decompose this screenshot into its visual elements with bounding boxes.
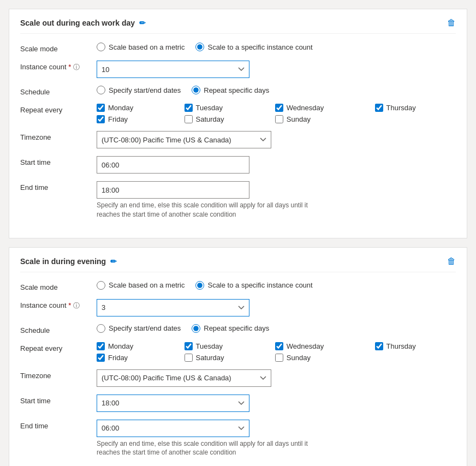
card2-instance-label: Instance count * ⓘ [20, 299, 97, 310]
card2-schedule-label: Schedule [20, 324, 97, 334]
card1-radio-days-label: Repeat specific days [204, 86, 269, 94]
card2-day-sunday[interactable]: Sunday [275, 354, 364, 362]
card2-info-icon: ⓘ [73, 302, 80, 309]
card2-day-saturday[interactable]: Saturday [185, 354, 264, 362]
card2-day-monday[interactable]: Monday [97, 342, 174, 350]
card1-day-tuesday[interactable]: Tuesday [185, 104, 264, 112]
card1-scale-mode-options: Scale based on a metric Scale to a speci… [97, 43, 456, 51]
card2-radio-instance-input[interactable] [195, 281, 204, 290]
card2-scale-mode-label: Scale mode [20, 281, 97, 291]
card1-timezone-control: (UTC-08:00) Pacific Time (US & Canada) [97, 131, 456, 148]
card1-repeat-row: Repeat every Monday Tuesday Wednesday Th… [20, 104, 456, 123]
card1-scale-mode-label: Scale mode [20, 43, 97, 53]
card2-check-monday[interactable] [97, 342, 105, 350]
card1-day-monday[interactable]: Monday [97, 104, 174, 112]
card1-end-time-hint: Specify an end time, else this scale con… [97, 201, 315, 219]
card2-delete-icon[interactable]: 🗑 [447, 256, 456, 266]
card2-end-time-label: End time [20, 420, 97, 430]
card1-timezone-select[interactable]: (UTC-08:00) Pacific Time (US & Canada) [97, 131, 271, 148]
card1-header: Scale out during each work day ✏ 🗑 [20, 18, 456, 34]
card2-checkbox-group: Monday Tuesday Wednesday Thursday Friday [97, 342, 456, 362]
card1-start-time-input[interactable] [97, 156, 249, 174]
card2-day-thursday[interactable]: Thursday [375, 342, 456, 350]
card2-radio-days-input[interactable] [192, 324, 200, 333]
card1-instance-count-control: 10 [97, 61, 456, 78]
card2-timezone-control: (UTC-08:00) Pacific Time (US & Canada) [97, 369, 456, 387]
card1-radio-metric-input[interactable] [97, 43, 105, 51]
card2-radio-dates[interactable]: Specify start/end dates [97, 324, 181, 333]
card1-instance-label: Instance count * ⓘ [20, 61, 97, 72]
card1-radio-instance-label: Scale to a specific instance count [207, 43, 312, 51]
card2-day-tuesday[interactable]: Tuesday [185, 342, 264, 350]
card1-title-group: Scale out during each work day ✏ [20, 19, 146, 27]
card-scale-in: Scale in during evening ✏ 🗑 Scale mode S… [9, 247, 467, 466]
card1-check-friday[interactable] [97, 115, 105, 123]
card1-day-wednesday[interactable]: Wednesday [275, 104, 364, 112]
card2-instance-count-row: Instance count * ⓘ 3 [20, 299, 456, 316]
card2-radio-metric-input[interactable] [97, 281, 105, 290]
card1-radio-dates-input[interactable] [97, 86, 105, 94]
card1-check-wednesday[interactable] [275, 104, 283, 112]
card2-check-tuesday[interactable] [185, 342, 193, 350]
card1-end-time-input[interactable] [97, 181, 249, 199]
card2-instance-select[interactable]: 3 [97, 299, 249, 316]
card1-checkbox-group: Monday Tuesday Wednesday Thursday Friday [97, 104, 456, 123]
card-scale-out: Scale out during each work day ✏ 🗑 Scale… [9, 9, 467, 238]
card1-day-thursday[interactable]: Thursday [375, 104, 456, 112]
card1-radio-dates[interactable]: Specify start/end dates [97, 86, 181, 94]
card1-day-saturday[interactable]: Saturday [185, 115, 264, 123]
card1-check-saturday[interactable] [185, 115, 193, 123]
card2-scale-mode-row: Scale mode Scale based on a metric Scale… [20, 281, 456, 291]
card1-check-sunday[interactable] [275, 115, 283, 123]
card2-radio-metric[interactable]: Scale based on a metric [97, 281, 185, 290]
card2-timezone-select[interactable]: (UTC-08:00) Pacific Time (US & Canada) [97, 369, 271, 387]
card2-radio-days[interactable]: Repeat specific days [192, 324, 269, 333]
card1-end-time-label: End time [20, 181, 97, 192]
card2-start-time-select[interactable]: 18:00 [97, 395, 249, 412]
card2-edit-icon[interactable]: ✏ [110, 257, 117, 266]
card1-check-tuesday[interactable] [185, 104, 193, 112]
card1-days-grid: Monday Tuesday Wednesday Thursday Friday [97, 104, 456, 123]
card2-check-sunday[interactable] [275, 354, 283, 362]
card2-schedule-options: Specify start/end dates Repeat specific … [97, 324, 456, 333]
card2-title: Scale in during evening [20, 257, 106, 266]
card2-radio-dates-input[interactable] [97, 324, 105, 333]
card2-required-star: * [67, 301, 72, 309]
card1-end-time-control: Specify an end time, else this scale con… [97, 181, 456, 219]
card2-title-group: Scale in during evening ✏ [20, 257, 117, 266]
card2-check-thursday[interactable] [375, 342, 383, 350]
card2-header: Scale in during evening ✏ 🗑 [20, 256, 456, 272]
card2-check-wednesday[interactable] [275, 342, 283, 350]
card1-scale-mode-row: Scale mode Scale based on a metric Scale… [20, 43, 456, 53]
card2-end-time-hint: Specify an end time, else this scale con… [97, 439, 315, 458]
card1-edit-icon[interactable]: ✏ [139, 19, 146, 27]
card1-timezone-label: Timezone [20, 131, 97, 141]
card2-day-wednesday[interactable]: Wednesday [275, 342, 364, 350]
card2-days-grid: Monday Tuesday Wednesday Thursday Friday [97, 342, 456, 362]
card1-radio-days[interactable]: Repeat specific days [192, 86, 269, 94]
card2-start-time-label: Start time [20, 395, 97, 405]
card2-check-saturday[interactable] [185, 354, 193, 362]
card1-radio-metric-label: Scale based on a metric [109, 43, 185, 51]
card1-day-friday[interactable]: Friday [97, 115, 174, 123]
card1-radio-metric[interactable]: Scale based on a metric [97, 43, 185, 51]
card2-end-time-control: 06:00 Specify an end time, else this sca… [97, 420, 456, 458]
card1-radio-instance-input[interactable] [195, 43, 204, 51]
card2-day-friday[interactable]: Friday [97, 354, 174, 362]
card2-end-time-select[interactable]: 06:00 [97, 420, 249, 437]
card1-check-thursday[interactable] [375, 104, 383, 112]
card2-check-friday[interactable] [97, 354, 105, 362]
card1-day-sunday[interactable]: Sunday [275, 115, 364, 123]
card2-repeat-label: Repeat every [20, 342, 97, 353]
card1-start-time-control [97, 156, 456, 174]
card1-check-monday[interactable] [97, 104, 105, 112]
card1-instance-select[interactable]: 10 [97, 61, 249, 78]
card1-start-time-row: Start time [20, 156, 456, 174]
card2-radio-metric-label: Scale based on a metric [109, 281, 185, 289]
card1-radio-instance[interactable]: Scale to a specific instance count [195, 43, 312, 51]
card1-schedule-label: Schedule [20, 86, 97, 96]
card1-delete-icon[interactable]: 🗑 [447, 18, 456, 28]
card1-radio-days-input[interactable] [192, 86, 200, 94]
card2-radio-instance[interactable]: Scale to a specific instance count [195, 281, 312, 290]
card2-start-time-row: Start time 18:00 [20, 395, 456, 412]
